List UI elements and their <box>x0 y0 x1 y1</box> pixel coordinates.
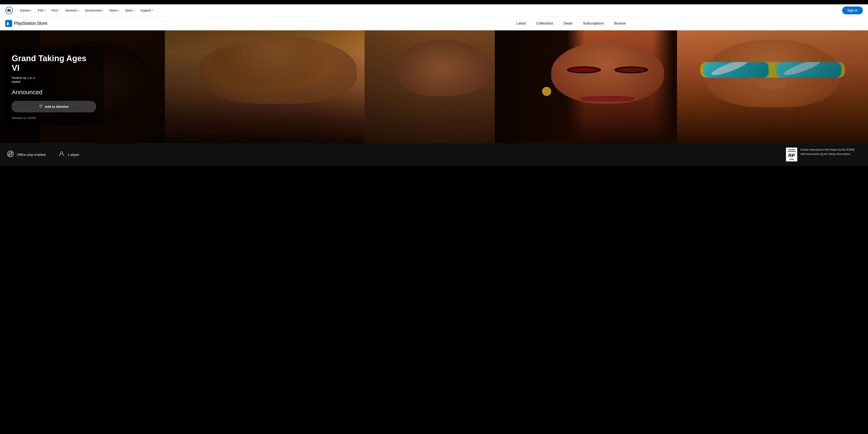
footer-black-bar <box>0 166 868 183</box>
esrb-section: RATING PENDING RP ESRB Online Interactio… <box>786 148 861 161</box>
chevron-down-icon: ▾ <box>152 9 153 11</box>
nav-services[interactable]: Services ▾ <box>63 7 82 14</box>
chevron-down-icon: ▾ <box>58 9 59 11</box>
offline-play-icon <box>7 150 14 159</box>
store-logo-text: PlayStation.Store <box>14 21 48 26</box>
svg-line-5 <box>8 152 12 156</box>
store-nav-subscriptions[interactable]: Subscriptions <box>578 20 609 27</box>
esrb-rp-letters: RP <box>788 153 795 158</box>
chevron-down-icon: ▾ <box>102 9 103 11</box>
esrb-badge: RATING PENDING RP ESRB <box>786 148 797 161</box>
top-nav-links: Games ▾ PS5 ▾ PS4 ▾ Services ▾ Accessori… <box>18 7 842 14</box>
players-label: 1 player <box>68 153 79 156</box>
hero-background <box>0 30 868 143</box>
info-bar: Offline play enabled 1 player RATING PEN… <box>0 143 868 166</box>
chevron-down-icon: ▾ <box>31 9 32 11</box>
game-title: Grand Taking Ages VI <box>12 54 96 73</box>
store-nav-browse[interactable]: Browse <box>609 20 631 27</box>
hero-info-card: Grand Taking Ages VI Violarte sp. z o. o… <box>4 47 104 126</box>
nav-support[interactable]: Support ▾ <box>138 7 156 14</box>
nav-ps5[interactable]: PS5 ▾ <box>35 7 48 14</box>
nav-accessories[interactable]: Accessories ▾ <box>83 7 106 14</box>
nav-ps4[interactable]: PS4 ▾ <box>49 7 62 14</box>
chevron-down-icon: ▾ <box>78 9 79 11</box>
add-to-wishlist-button[interactable]: ♡ Add to Wishlist <box>12 101 96 113</box>
sign-in-button[interactable]: Sign In <box>842 6 863 14</box>
store-nav-deals[interactable]: Deals <box>558 20 578 27</box>
chevron-down-icon: ▾ <box>118 9 119 11</box>
esrb-description: Online Interactions Not Rated by the ESR… <box>800 148 861 156</box>
chevron-down-icon: ▾ <box>133 9 134 11</box>
hero-section: Grand Taking Ages VI Violarte sp. z o. o… <box>0 30 868 143</box>
offline-play-info: Offline play enabled <box>7 150 45 159</box>
nav-games[interactable]: Games ▾ <box>18 7 34 14</box>
store-logo-icon <box>5 20 12 27</box>
nav-news[interactable]: News ▾ <box>107 7 122 14</box>
store-header: PlayStation.Store Latest Collections Dea… <box>0 17 868 30</box>
player-icon <box>59 151 65 158</box>
game-release-year: 5/2025 <box>12 81 96 84</box>
offline-play-label: Offline play enabled <box>17 153 45 156</box>
nav-store[interactable]: Store ▾ <box>122 7 137 14</box>
svg-text:PS: PS <box>7 9 11 12</box>
playstation-logo-icon[interactable]: PS <box>5 6 13 14</box>
top-navigation: PS Games ▾ PS5 ▾ PS4 ▾ Services ▾ Access… <box>0 4 868 17</box>
store-nav-latest[interactable]: Latest <box>511 20 531 27</box>
store-nav-collections[interactable]: Collections <box>531 20 558 27</box>
chevron-down-icon: ▾ <box>44 9 45 11</box>
releases-on-text: Releases on: 5/2025 <box>12 117 96 120</box>
players-info: 1 player <box>59 151 79 158</box>
game-publisher: Violarte sp. z o. o. <box>12 76 96 80</box>
characters-container <box>0 30 868 143</box>
store-navigation: Latest Collections Deals Subscriptions B… <box>511 20 631 27</box>
top-black-bar <box>0 0 868 4</box>
store-logo[interactable]: PlayStation.Store <box>5 20 48 27</box>
esrb-bottom-label: ESRB <box>789 159 794 160</box>
heart-icon: ♡ <box>39 104 42 109</box>
svg-point-6 <box>61 152 63 154</box>
esrb-rating-pending-label: RATING PENDING <box>787 149 796 152</box>
game-status: Announced <box>12 89 96 96</box>
